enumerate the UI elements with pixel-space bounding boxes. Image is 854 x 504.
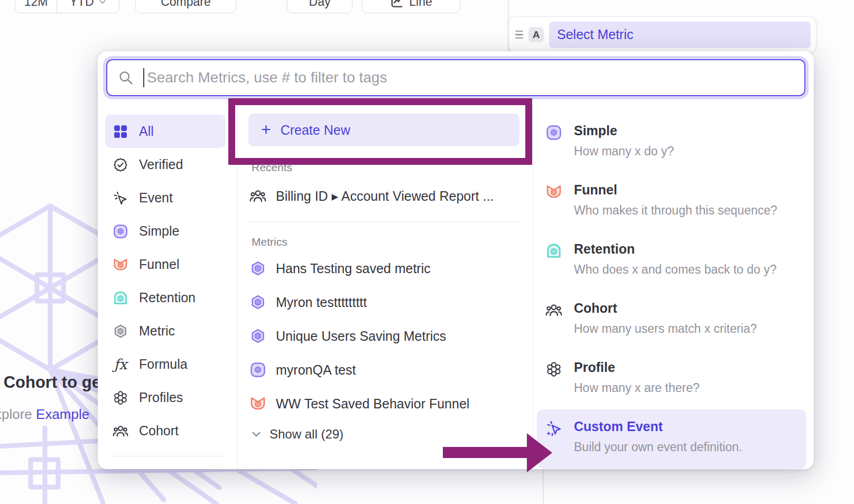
plus-icon: +: [261, 121, 271, 138]
search-bar: [106, 59, 805, 96]
search-input[interactable]: [145, 69, 794, 86]
simple-icon: [249, 361, 266, 378]
chevron-down-icon: [250, 428, 262, 440]
metric-item-myron-testtttttttt[interactable]: Myron testtttttttt: [249, 288, 532, 316]
sidebar-item-profiles[interactable]: Profiles: [105, 381, 226, 414]
page-root: 12M YTD Compare Day Line: [0, 0, 854, 504]
range-ytd-button[interactable]: YTD: [57, 0, 119, 13]
select-metric-label: Select Metric: [557, 27, 633, 42]
drag-handle-icon[interactable]: [515, 31, 523, 39]
fx-icon: ƒx: [113, 357, 128, 372]
metric-type-description: How many x are there?: [574, 381, 700, 395]
range-12m-label: 12M: [24, 0, 48, 9]
line-chart-icon: [390, 0, 404, 9]
text-cursor: [143, 68, 144, 87]
sidebar-item-label: Metric: [139, 323, 175, 339]
section-divider: [249, 221, 519, 222]
sidebar-item-label: Retention: [139, 290, 196, 305]
date-range-segmented-control: 12M YTD: [15, 0, 119, 13]
grid-icon: [113, 124, 128, 139]
metric-selector-card: A Select Metric: [508, 16, 816, 53]
metric-item-unique-users-saving-metrics[interactable]: Unique Users Saving Metrics: [249, 322, 532, 350]
sidebar-item-funnel[interactable]: Funnel: [105, 248, 226, 281]
hexagon-gray-icon: [113, 323, 128, 339]
day-label: Day: [309, 0, 331, 9]
metric-item-hans-testing-saved-metric[interactable]: Hans Testing saved metric: [249, 255, 532, 282]
metric-type-retention[interactable]: RetentionWho does x and comes back to do…: [533, 232, 814, 291]
series-a-badge: A: [528, 27, 544, 42]
metric-item-label: Hans Testing saved metric: [276, 261, 431, 276]
day-granularity-button[interactable]: Day: [287, 0, 352, 13]
sidebar-item-label: Event: [139, 190, 173, 206]
sidebar-item-verified[interactable]: Verified: [105, 148, 226, 181]
range-ytd-label: YTD: [70, 0, 94, 9]
show-all-button[interactable]: Show all (29): [250, 427, 532, 442]
modal-sidebar-list: AllVerifiedEventSimpleFunnelRetentionMet…: [105, 115, 237, 469]
flower-icon: [113, 390, 128, 406]
metric-item-label: WW Test Saved Behavior Funnel: [276, 396, 469, 412]
sidebar-item-label: Formula: [139, 357, 188, 372]
show-all-label: Show all (29): [270, 427, 344, 442]
metric-type-cohort[interactable]: CohortHow many users match x criteria?: [533, 291, 814, 350]
sidebar-item-label: Profiles: [139, 390, 183, 405]
explore-prefix: xplore: [0, 406, 36, 422]
recents-header: Recents: [252, 161, 532, 174]
compare-button[interactable]: Compare: [135, 0, 236, 13]
metrics-header: Metrics: [252, 236, 532, 248]
metric-item-ww-test-saved-behavior-funnel[interactable]: WW Test Saved Behavior Funnel: [249, 390, 532, 417]
panel-divider-bottom: [543, 469, 544, 504]
metric-type-funnel[interactable]: FunnelWho makes it through this sequence…: [533, 173, 814, 232]
metric-type-title: Funnel: [574, 182, 777, 198]
sidebar-item-retention[interactable]: Retention: [105, 281, 226, 314]
create-new-label: Create New: [281, 123, 350, 138]
sidebar-item-cohort[interactable]: Cohort: [105, 414, 226, 447]
simple-icon: [545, 124, 562, 141]
hexagon-purple-icon: [249, 328, 266, 344]
sidebar-item-label: All: [139, 124, 154, 139]
hexagon-purple-icon: [249, 260, 266, 277]
sidebar-item-all[interactable]: All: [105, 115, 226, 148]
sidebar-item-metric[interactable]: Metric: [105, 314, 226, 348]
compare-label: Compare: [161, 0, 211, 9]
metric-type-title: Retention: [574, 241, 777, 257]
metric-type-description: How many x do y?: [574, 144, 674, 158]
recent-item-label: Billing ID ▸ Account Viewed Report ...: [276, 189, 494, 204]
metric-type-description: Who makes it through this sequence?: [574, 203, 777, 218]
sidebar-divider: [110, 456, 225, 456]
category-sidebar: AllVerifiedEventSimpleFunnelRetentionMet…: [98, 106, 238, 469]
example-link[interactable]: Example: [36, 406, 89, 422]
sidebar-item-label: Simple: [139, 223, 179, 239]
create-new-button[interactable]: + Create New: [248, 114, 519, 146]
seal-check-icon: [113, 157, 128, 173]
hexagon-purple-icon: [249, 294, 266, 311]
people-icon: [249, 188, 266, 204]
metric-item-label: Myron testtttttttt: [276, 295, 367, 310]
line-chart-type-button[interactable]: Line: [362, 0, 460, 13]
recent-item[interactable]: Billing ID ▸ Account Viewed Report ...: [249, 182, 532, 210]
search-icon: [118, 70, 134, 86]
metric-type-title: Simple: [574, 123, 674, 138]
sidebar-item-label: Verified: [139, 157, 183, 172]
background-explore-line: xplore Example: [0, 406, 89, 423]
results-column: + Create New Recents Billing ID ▸ Accoun…: [238, 106, 533, 469]
metric-item-label: Unique Users Saving Metrics: [276, 329, 446, 344]
range-12m-button[interactable]: 12M: [15, 0, 57, 13]
sidebar-item-event[interactable]: Event: [105, 181, 226, 214]
flower-icon: [545, 361, 562, 378]
sidebar-item-tags[interactable]: Tags: [105, 462, 226, 469]
sidebar-item-formula[interactable]: ƒxFormula: [105, 348, 226, 381]
metric-type-custom-event[interactable]: Custom EventBuild your own event definit…: [537, 409, 806, 469]
custom-event-icon: [545, 420, 562, 437]
sidebar-item-label: Funnel: [139, 257, 179, 272]
sidebar-item-simple[interactable]: Simple: [105, 214, 226, 248]
metric-type-title: Profile: [574, 360, 700, 375]
funnel-icon: [545, 183, 562, 200]
sidebar-item-label: Cohort: [139, 423, 179, 438]
line-label: Line: [409, 0, 432, 9]
select-metric-field[interactable]: Select Metric: [549, 22, 811, 48]
metric-picker-dropdown: AllVerifiedEventSimpleFunnelRetentionMet…: [98, 51, 814, 469]
metric-item-myronqa-test[interactable]: myronQA test: [249, 356, 532, 384]
metric-type-simple[interactable]: SimpleHow many x do y?: [533, 114, 814, 173]
people-icon: [113, 423, 128, 439]
metric-type-profile[interactable]: ProfileHow many x are there?: [533, 350, 814, 409]
